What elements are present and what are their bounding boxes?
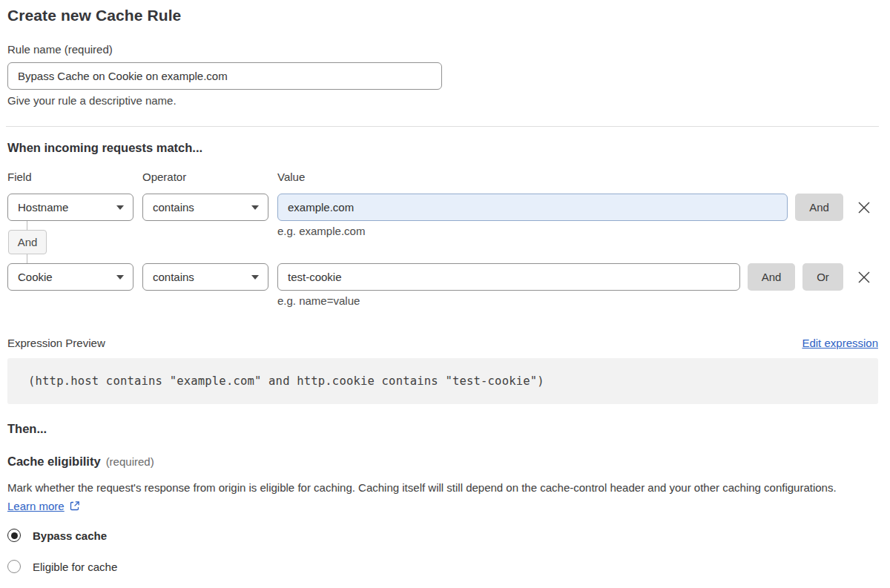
remove-row2-button[interactable] — [851, 263, 877, 291]
expression-preview-code: (http.host contains "example.com" and ht… — [28, 374, 544, 388]
rule-name-help: Give your rule a descriptive name. — [7, 94, 177, 107]
external-link-icon — [69, 501, 80, 512]
and-button-row1[interactable]: And — [795, 194, 843, 221]
operator-select-row2[interactable]: contains — [142, 263, 268, 291]
operator-select-row2-value: contains — [153, 271, 194, 283]
create-cache-rule-page: Create new Cache Rule Rule name (require… — [0, 0, 890, 588]
radio-option-bypass-cache[interactable]: Bypass cache — [7, 529, 107, 542]
value-hint-row2: e.g. name=value — [277, 294, 360, 307]
connector-line — [27, 254, 27, 263]
chevron-down-icon — [251, 275, 259, 280]
expression-preview-box: (http.host contains "example.com" and ht… — [7, 358, 878, 404]
section-divider — [6, 126, 879, 127]
radio-unselected-icon[interactable] — [7, 560, 21, 573]
match-section-heading: When incoming requests match... — [7, 141, 202, 155]
cache-eligibility-description: Mark whether the request's response from… — [7, 479, 860, 515]
or-button-row2[interactable]: Or — [802, 263, 843, 291]
and-connector-badge: And — [8, 230, 47, 254]
value-hint-row1: e.g. example.com — [277, 225, 365, 237]
radio-dot — [11, 532, 18, 539]
connector-line — [27, 221, 27, 230]
value-input-row1[interactable] — [277, 194, 788, 221]
operator-select-row1[interactable]: contains — [142, 194, 268, 221]
field-select-row1-value: Hostname — [18, 201, 68, 214]
field-select-row2[interactable]: Cookie — [7, 263, 134, 291]
close-icon — [857, 201, 871, 214]
and-button-row2[interactable]: And — [748, 263, 795, 291]
cache-eligibility-heading-row: Cache eligibility(required) — [7, 455, 154, 469]
chevron-down-icon — [116, 275, 124, 280]
rule-name-label: Rule name (required) — [7, 43, 113, 56]
edit-expression-link[interactable]: Edit expression — [802, 337, 878, 349]
description-text: Mark whether the request's response from… — [7, 481, 837, 494]
column-label-value: Value — [277, 171, 305, 183]
value-input-row2[interactable] — [277, 263, 740, 291]
operator-select-row1-value: contains — [153, 201, 194, 214]
chevron-down-icon — [116, 205, 124, 210]
radio-label-bypass-cache: Bypass cache — [33, 529, 107, 542]
learn-more-link[interactable]: Learn more — [7, 500, 65, 512]
required-note: (required) — [106, 455, 154, 468]
radio-option-eligible-for-cache[interactable]: Eligible for cache — [7, 560, 117, 573]
radio-selected-icon[interactable] — [7, 529, 21, 542]
then-heading: Then... — [7, 422, 47, 436]
field-select-row1[interactable]: Hostname — [7, 194, 134, 221]
close-icon — [857, 271, 871, 284]
chevron-down-icon — [251, 205, 259, 210]
cache-eligibility-heading: Cache eligibility — [7, 455, 101, 468]
rule-name-input[interactable] — [7, 62, 442, 90]
expression-preview-label: Expression Preview — [7, 337, 105, 349]
column-label-operator: Operator — [142, 171, 186, 183]
field-select-row2-value: Cookie — [18, 271, 53, 283]
page-title: Create new Cache Rule — [7, 7, 181, 24]
column-label-field: Field — [7, 171, 32, 183]
remove-row1-button[interactable] — [851, 194, 877, 221]
radio-label-eligible-for-cache: Eligible for cache — [33, 561, 117, 573]
